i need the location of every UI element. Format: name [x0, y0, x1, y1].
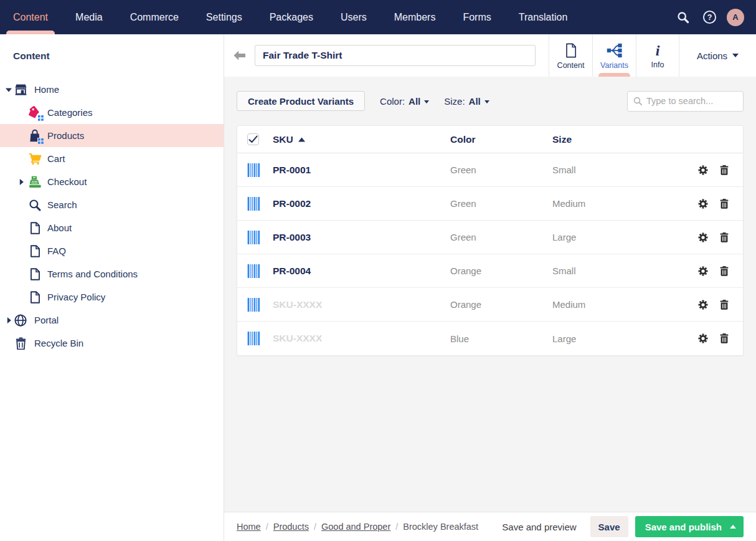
- settings-gear-button[interactable]: [698, 266, 708, 276]
- tab-variants[interactable]: Variants: [592, 34, 636, 77]
- barcode-icon: [247, 197, 260, 211]
- save-button[interactable]: Save: [590, 516, 628, 537]
- delete-trash-button[interactable]: [719, 165, 729, 175]
- settings-gear-button[interactable]: [698, 165, 708, 175]
- variants-branch-icon: [607, 43, 622, 58]
- editor-footer: Home / Products / Good and Proper / Broc…: [224, 512, 756, 541]
- table-row[interactable]: SKU-XXXX Orange Medium: [237, 288, 743, 322]
- tree-item-products[interactable]: Products: [0, 124, 224, 147]
- settings-gear-button[interactable]: [698, 333, 708, 343]
- user-avatar[interactable]: A: [727, 9, 744, 26]
- back-button[interactable]: [224, 34, 255, 77]
- variants-search-input[interactable]: [646, 96, 737, 106]
- delete-trash-button[interactable]: [719, 266, 729, 276]
- tree-item-cart[interactable]: Cart: [0, 147, 224, 170]
- tab-label: Info: [651, 60, 664, 69]
- settings-gear-button[interactable]: [698, 300, 708, 310]
- tab-label: Variants: [600, 61, 628, 70]
- select-all-checkbox[interactable]: [247, 133, 259, 145]
- settings-gear-button[interactable]: [698, 199, 708, 209]
- avatar-letter: A: [732, 12, 738, 22]
- variant-sku: SKU-XXXX: [273, 333, 450, 344]
- actions-dropdown-button[interactable]: Actions: [679, 34, 756, 77]
- list-badge-icon: [37, 115, 44, 122]
- nav-item-label: Commerce: [130, 12, 179, 23]
- table-row[interactable]: PR-0004 Orange Small: [237, 254, 743, 288]
- globe-icon: [14, 314, 27, 327]
- barcode-icon: [247, 163, 260, 177]
- save-and-publish-label: Save and publish: [645, 522, 722, 532]
- breadcrumb: Home / Products / Good and Proper / Broc…: [237, 522, 478, 532]
- tree-item-privacy[interactable]: Privacy Policy: [0, 285, 224, 309]
- tree-item-faq[interactable]: FAQ: [0, 239, 224, 262]
- tree-item-portal[interactable]: Portal: [0, 309, 224, 332]
- nav-item-members[interactable]: Members: [387, 0, 443, 34]
- column-header-color[interactable]: Color: [450, 134, 552, 145]
- tree-item-search[interactable]: Search: [0, 193, 224, 216]
- nav-item-settings[interactable]: Settings: [199, 0, 249, 34]
- table-row[interactable]: PR-0001 Green Small: [237, 153, 743, 187]
- tab-info[interactable]: i Info: [636, 34, 679, 77]
- nav-item-commerce[interactable]: Commerce: [123, 0, 186, 34]
- checkout-register-icon: [28, 175, 42, 189]
- list-badge-icon: [37, 138, 44, 145]
- nav-item-label: Forms: [463, 12, 491, 23]
- settings-gear-button[interactable]: [698, 232, 708, 242]
- svg-text:?: ?: [707, 13, 712, 22]
- nav-item-packages[interactable]: Packages: [263, 0, 320, 34]
- nav-item-forms[interactable]: Forms: [456, 0, 498, 34]
- table-row[interactable]: PR-0003 Green Large: [237, 221, 743, 254]
- breadcrumb-link-products[interactable]: Products: [273, 522, 309, 532]
- tree-item-recycle-bin[interactable]: Recycle Bin: [0, 332, 224, 355]
- create-product-variants-button[interactable]: Create Product Variants: [237, 91, 365, 111]
- variant-color: Orange: [450, 266, 552, 276]
- nav-item-label: Packages: [270, 12, 313, 23]
- column-header-sku[interactable]: SKU: [273, 134, 450, 145]
- table-row[interactable]: SKU-XXXX Blue Large: [237, 322, 743, 355]
- delete-trash-button[interactable]: [719, 232, 729, 242]
- nav-item-translation[interactable]: Translation: [512, 0, 575, 34]
- tree-item-terms[interactable]: Terms and Conditions: [0, 262, 224, 285]
- variant-color: Blue: [450, 333, 552, 344]
- search-icon: [28, 198, 42, 212]
- caret-right-icon[interactable]: [5, 317, 12, 323]
- barcode-icon: [247, 298, 260, 312]
- top-navigation-bar: Content Media Commerce Settings Packages…: [0, 0, 756, 34]
- color-filter-dropdown[interactable]: Color: All: [380, 96, 429, 107]
- footer-actions: Save and preview Save Save and publish: [502, 516, 744, 537]
- column-header-size[interactable]: Size: [552, 134, 729, 145]
- size-filter-dropdown[interactable]: Size: All: [444, 96, 489, 107]
- save-and-publish-button[interactable]: Save and publish: [635, 516, 744, 537]
- table-row[interactable]: PR-0002 Green Medium: [237, 187, 743, 221]
- global-search-button[interactable]: [674, 9, 692, 26]
- caret-down-icon[interactable]: [5, 87, 12, 92]
- filter-value: All: [469, 96, 481, 107]
- breadcrumb-current: Brockley Breakfast: [403, 522, 478, 532]
- nav-item-media[interactable]: Media: [69, 0, 110, 34]
- help-button[interactable]: ?: [701, 9, 718, 26]
- document-icon: [28, 267, 42, 281]
- filter-value: All: [409, 96, 420, 107]
- nav-item-users[interactable]: Users: [334, 0, 374, 34]
- nav-item-content[interactable]: Content: [6, 0, 55, 34]
- save-and-preview-button[interactable]: Save and preview: [502, 522, 576, 532]
- delete-trash-button[interactable]: [719, 333, 729, 343]
- caret-right-icon[interactable]: [17, 179, 25, 185]
- delete-trash-button[interactable]: [719, 300, 729, 310]
- delete-trash-button[interactable]: [719, 199, 729, 209]
- variant-size: Small: [552, 266, 698, 276]
- tree-item-about[interactable]: About: [0, 216, 224, 239]
- document-title-input[interactable]: [255, 45, 536, 66]
- publish-options-caret[interactable]: [730, 525, 736, 529]
- filter-label: Color:: [380, 96, 405, 107]
- tree-item-checkout[interactable]: Checkout: [0, 170, 224, 193]
- tab-content[interactable]: Content: [549, 34, 592, 77]
- tree-item-categories[interactable]: Categories: [0, 101, 224, 124]
- tree-item-home[interactable]: Home: [0, 78, 224, 101]
- breadcrumb-link-good-and-proper[interactable]: Good and Proper: [321, 522, 390, 532]
- nav-item-label: Translation: [519, 12, 568, 23]
- variant-color: Green: [450, 198, 552, 209]
- breadcrumb-link-home[interactable]: Home: [237, 522, 261, 532]
- tree-item-label: Categories: [0, 107, 93, 118]
- nav-item-label: Settings: [206, 12, 242, 23]
